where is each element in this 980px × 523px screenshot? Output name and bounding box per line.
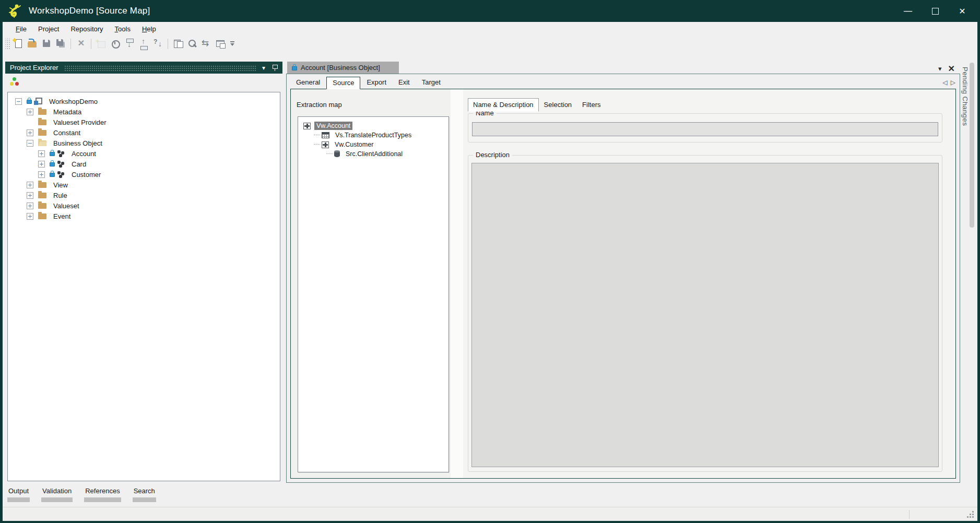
tree-item[interactable]: Metadata [8, 106, 280, 117]
menu-item[interactable]: File [10, 23, 32, 34]
name-field [472, 122, 938, 136]
tree-expander-icon[interactable] [38, 150, 45, 157]
panel-menu-icon[interactable]: ▾ [262, 64, 265, 72]
windows-button[interactable] [214, 38, 227, 50]
tree-expander-icon[interactable] [27, 213, 33, 220]
bottom-tab[interactable]: Search [133, 487, 156, 506]
tree-item[interactable]: Customer [8, 169, 280, 180]
compare-button[interactable] [200, 38, 213, 50]
bottom-tab-label: Validation [41, 487, 73, 495]
tree-expander-icon[interactable] [27, 140, 33, 147]
panel-splitter[interactable] [451, 89, 463, 478]
detail-subtab[interactable]: Filters [577, 98, 606, 112]
menu-item[interactable]: Help [136, 23, 162, 34]
save-all-button[interactable] [54, 38, 67, 50]
menu-item[interactable]: Project [32, 23, 65, 34]
lock-icon [50, 173, 55, 177]
tree-item[interactable]: Rule [8, 190, 280, 200]
document-close-icon[interactable]: ✕ [948, 64, 955, 74]
tree-item[interactable]: WorkshopDemo [8, 96, 280, 106]
document-page-tab[interactable]: General [290, 77, 326, 89]
document-tab[interactable]: Account [Business Object] [287, 62, 399, 74]
pin-icon[interactable] [271, 64, 278, 72]
tree-expander-icon[interactable] [27, 192, 33, 199]
tree-item[interactable]: Card [8, 159, 280, 169]
tree-item[interactable]: Valueset Provider [8, 117, 280, 127]
tab-scroll-right-icon[interactable]: ▷ [951, 79, 955, 86]
document-page-tab[interactable]: Target [416, 77, 446, 89]
menu-item[interactable]: Repository [65, 23, 109, 34]
extraction-item-label: Vw.Account [314, 122, 352, 130]
search-button[interactable] [186, 38, 199, 50]
tree-item[interactable]: Valueset [8, 200, 280, 211]
tree-item[interactable]: Event [8, 211, 280, 221]
tree-item-label: Rule [51, 191, 69, 200]
tree-expander-icon[interactable] [27, 203, 33, 209]
bottom-tab[interactable]: References [84, 487, 121, 506]
tree-item-icon [57, 150, 65, 157]
tree-item[interactable]: Business Object [8, 138, 280, 148]
undo-checkout-button[interactable] [151, 38, 164, 50]
new-object-button[interactable] [12, 38, 25, 50]
get-latest-button[interactable] [123, 38, 136, 50]
tree-item[interactable]: View [8, 180, 280, 190]
maximize-button[interactable] [922, 0, 949, 22]
check-in-button[interactable] [137, 38, 150, 50]
close-button[interactable]: ✕ [949, 0, 976, 22]
save-button[interactable] [40, 38, 53, 50]
extraction-item-label: Vw.Customer [333, 140, 375, 149]
tree-expander-icon[interactable] [38, 161, 45, 168]
delete-button[interactable] [75, 38, 88, 50]
minimize-button[interactable]: — [894, 0, 922, 22]
history-button[interactable] [109, 38, 122, 50]
pending-changes-tab[interactable]: Pending Changes [961, 67, 969, 126]
tree-item-label: Valueset [51, 201, 81, 210]
bottom-tab[interactable]: Output [7, 487, 30, 506]
tree-item-icon [38, 203, 46, 209]
extraction-tree-item[interactable]: Vw.Account [298, 121, 448, 130]
tree-item-label: Customer [69, 170, 103, 179]
tree-expander-icon[interactable] [38, 171, 45, 178]
app-logo-icon [6, 3, 22, 19]
tree-expander-icon[interactable] [27, 109, 33, 115]
pending-changes-bar[interactable] [970, 63, 974, 228]
document-page-tab[interactable]: Export [361, 77, 392, 89]
tree-item-icon [38, 182, 46, 188]
document-menu-icon[interactable]: ▾ [938, 65, 942, 73]
status-legend-icon[interactable] [9, 77, 19, 86]
open-button[interactable] [26, 38, 39, 50]
tab-scroll-left-icon[interactable]: ◁ [943, 79, 948, 86]
properties-button[interactable] [172, 38, 185, 50]
tree-expander-icon[interactable] [27, 182, 33, 188]
detail-subtab[interactable]: Selection [539, 98, 577, 112]
bottom-tab-label: Output [7, 487, 30, 495]
extraction-item-icon [322, 132, 329, 138]
tree-item[interactable]: Constant [8, 127, 280, 138]
document-page-tab[interactable]: Source [326, 77, 360, 89]
project-tree: WorkshopDemo Metadata Valueset Provider [7, 92, 280, 481]
toolbar-grip[interactable] [5, 38, 11, 50]
app-window: WorkshopDemo [Source Map] — ✕ File Proje… [0, 0, 980, 523]
extraction-tree-item[interactable]: Src.ClientAdditional [298, 149, 448, 159]
add-button[interactable] [95, 38, 108, 50]
tree-item-label: Constant [51, 128, 82, 137]
menu-item[interactable]: Tools [109, 23, 136, 34]
description-groupbox-label: Description [473, 151, 512, 159]
document-page-tab[interactable]: Exit [393, 77, 416, 89]
toolbar-overflow-button[interactable] [228, 38, 236, 50]
description-groupbox: Description [468, 155, 942, 472]
tree-expander-icon[interactable] [27, 129, 33, 136]
extraction-tree-item[interactable]: Vs.TranslateProductTypes [298, 130, 448, 140]
bottom-tab-bar [84, 497, 121, 502]
extraction-tree-item[interactable]: Vw.Customer [298, 140, 448, 149]
detail-subtab[interactable]: Name & Description [468, 98, 539, 112]
bottom-tab[interactable]: Validation [41, 487, 73, 506]
extraction-item-label: Src.ClientAdditional [344, 150, 405, 158]
tree-item-label: View [51, 181, 70, 189]
tree-item[interactable]: Account [8, 148, 280, 159]
tree-expander-icon[interactable] [15, 98, 22, 105]
lock-icon [292, 66, 297, 70]
separator [89, 38, 94, 50]
resize-grip-icon[interactable] [967, 511, 974, 518]
tree-item-icon [57, 161, 65, 168]
